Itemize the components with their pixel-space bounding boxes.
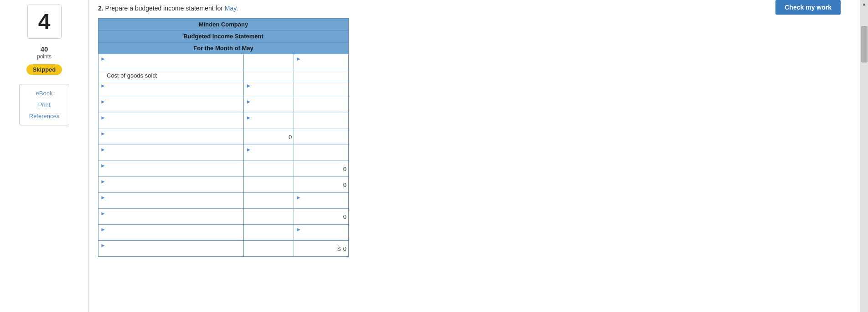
row5-arrow: ► bbox=[100, 114, 106, 121]
row1-arrow: ► bbox=[100, 56, 106, 62]
question-text-highlight: May. bbox=[225, 5, 238, 12]
row9-arrow: ► bbox=[100, 178, 106, 185]
row13-arrow: ► bbox=[100, 242, 106, 249]
table-row: ► $ 0 bbox=[98, 241, 349, 257]
period-header: For the Month of May bbox=[98, 42, 349, 54]
table-row: ► 0 bbox=[98, 177, 349, 193]
table-row: ► 0 bbox=[98, 129, 349, 145]
row1-right-arrow: ► bbox=[296, 56, 301, 62]
row10-label: ► bbox=[98, 193, 244, 209]
question-instruction: 2. Prepare a budgeted income statement f… bbox=[98, 5, 846, 12]
references-link[interactable]: References bbox=[29, 111, 59, 121]
table-row: ► ► bbox=[98, 81, 349, 97]
skipped-badge: Skipped bbox=[26, 64, 62, 75]
row1-label: ► bbox=[98, 54, 244, 70]
statement-title-header: Budgeted Income Statement bbox=[98, 31, 349, 42]
dollar-sign: $ bbox=[337, 245, 341, 252]
row10-right-input[interactable] bbox=[296, 201, 346, 208]
table-row: ► ► bbox=[98, 193, 349, 209]
sidebar: 4 40 points Skipped eBook Print Referenc… bbox=[0, 0, 89, 312]
table-row: ► 0 bbox=[98, 161, 349, 177]
row3-mid: ► bbox=[244, 81, 294, 97]
row4-label-input[interactable] bbox=[100, 105, 242, 112]
row9-mid bbox=[244, 177, 294, 193]
row8-label-input[interactable] bbox=[100, 169, 242, 176]
row8-right: 0 bbox=[294, 161, 349, 177]
row6-label: ► bbox=[98, 129, 244, 145]
row6-label-input[interactable] bbox=[100, 137, 242, 144]
row7-right bbox=[294, 145, 349, 161]
row11-label-input[interactable] bbox=[100, 217, 242, 224]
row7-mid-arrow: ► bbox=[246, 146, 251, 153]
row12-right: ► bbox=[294, 225, 349, 241]
row11-mid bbox=[244, 209, 294, 225]
row12-arrow: ► bbox=[100, 226, 106, 233]
row10-label-input[interactable] bbox=[100, 201, 242, 208]
scrollbar[interactable]: ▲ bbox=[860, 0, 868, 312]
row1-label-input[interactable] bbox=[100, 62, 242, 69]
row8-arrow: ► bbox=[100, 162, 106, 169]
question-number-box: 4 bbox=[27, 5, 62, 39]
final-value: 0 bbox=[343, 245, 346, 252]
row7-mid: ► bbox=[244, 145, 294, 161]
check-my-work-button[interactable]: Check my work bbox=[775, 0, 841, 15]
cogs-label: Cost of goods sold: bbox=[98, 70, 244, 81]
cogs-right bbox=[294, 70, 349, 81]
row9-label: ► bbox=[98, 177, 244, 193]
row5-label-input[interactable] bbox=[100, 121, 242, 128]
row5-label: ► bbox=[98, 113, 244, 129]
row5-mid-input[interactable] bbox=[246, 121, 292, 128]
row9-label-input[interactable] bbox=[100, 185, 242, 192]
row10-arrow: ► bbox=[100, 194, 106, 201]
row13-label-input[interactable] bbox=[100, 249, 242, 255]
row3-right bbox=[294, 81, 349, 97]
row7-mid-input[interactable] bbox=[246, 153, 292, 160]
row1-mid bbox=[244, 54, 294, 70]
row3-label: ► bbox=[98, 81, 244, 97]
row4-mid-input[interactable] bbox=[246, 105, 292, 112]
points-label: points bbox=[37, 53, 52, 60]
sidebar-links-box: eBook Print References bbox=[19, 84, 69, 125]
table-row: Cost of goods sold: bbox=[98, 70, 349, 81]
row5-mid-arrow: ► bbox=[246, 114, 251, 121]
row10-right-arrow: ► bbox=[296, 194, 301, 201]
row12-right-arrow: ► bbox=[296, 226, 301, 233]
row1-right-input[interactable] bbox=[296, 62, 346, 69]
check-my-work-area: Check my work bbox=[775, 0, 841, 15]
row12-label-input[interactable] bbox=[100, 233, 242, 239]
question-number: 4 bbox=[38, 9, 51, 34]
scrollbar-thumb[interactable] bbox=[861, 26, 868, 62]
table-row: ► ► bbox=[98, 113, 349, 129]
row7-label-input[interactable] bbox=[100, 153, 242, 160]
row6-arrow: ► bbox=[100, 130, 106, 137]
row5-right bbox=[294, 113, 349, 129]
row12-mid bbox=[244, 225, 294, 241]
company-name-header: Minden Company bbox=[98, 19, 349, 31]
table-row: ► ► bbox=[98, 145, 349, 161]
row4-mid-arrow: ► bbox=[246, 99, 251, 105]
row8-label: ► bbox=[98, 161, 244, 177]
table-row: ► ► bbox=[98, 225, 349, 241]
row1-right: ► bbox=[294, 54, 349, 70]
row9-right: 0 bbox=[294, 177, 349, 193]
row12-label: ► bbox=[98, 225, 244, 241]
print-link[interactable]: Print bbox=[38, 99, 51, 110]
table-row: ► 0 bbox=[98, 209, 349, 225]
scroll-up-arrow[interactable]: ▲ bbox=[862, 0, 867, 8]
row6-right bbox=[294, 129, 349, 145]
cogs-mid bbox=[244, 70, 294, 81]
row3-mid-input[interactable] bbox=[246, 89, 292, 96]
row13-mid bbox=[244, 241, 294, 257]
row7-label: ► bbox=[98, 145, 244, 161]
row3-arrow: ► bbox=[100, 83, 106, 89]
row4-arrow: ► bbox=[100, 99, 106, 105]
row6-mid: 0 bbox=[244, 129, 294, 145]
row13-label: ► bbox=[98, 241, 244, 257]
row12-right-input[interactable] bbox=[296, 233, 346, 239]
row5-mid: ► bbox=[244, 113, 294, 129]
ebook-link[interactable]: eBook bbox=[36, 88, 53, 99]
main-content: Check my work 2. Prepare a budgeted inco… bbox=[89, 0, 860, 312]
points-value: 40 bbox=[41, 45, 48, 53]
row3-label-input[interactable] bbox=[100, 89, 242, 96]
question-number-label: 2. bbox=[98, 5, 103, 12]
